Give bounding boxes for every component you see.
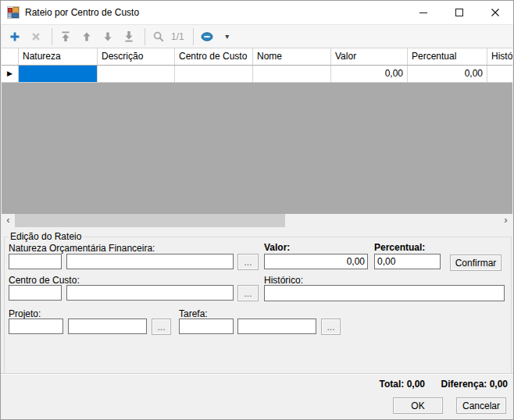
search-button[interactable] — [149, 27, 168, 46]
projeto-label: Projeto: — [9, 308, 41, 319]
toolbar-separator — [52, 28, 52, 45]
ok-button[interactable]: OK — [393, 397, 443, 414]
move-first-button[interactable] — [56, 27, 75, 46]
row-selector[interactable]: ▶ — [2, 66, 19, 82]
delete-x-icon — [30, 30, 42, 43]
scroll-left-icon[interactable]: ‹ — [2, 214, 15, 227]
grid-header-row: Natureza Descrição Centro de Custo Nome … — [2, 48, 512, 66]
tarefa-label: Tarefa: — [179, 308, 208, 319]
grid-header-historico[interactable]: Histórico — [487, 48, 512, 65]
row-selector-icon: ▶ — [7, 69, 12, 77]
natureza-code-input[interactable] — [9, 254, 62, 269]
percentual-label: Percentual: — [374, 242, 425, 253]
projeto-code-input[interactable] — [9, 319, 63, 334]
delete-row-button[interactable] — [27, 27, 45, 46]
total-value: 0,00 — [407, 379, 425, 390]
grid-header-natureza[interactable]: Natureza — [19, 48, 98, 65]
historico-input[interactable] — [264, 285, 505, 301]
page-indicator: 1/1 — [171, 31, 184, 42]
total-summary: Total: 0,00 — [380, 379, 425, 390]
move-up-button[interactable] — [77, 27, 96, 46]
scrollbar-thumb[interactable] — [15, 214, 285, 227]
tarefa-desc-input[interactable] — [237, 319, 316, 334]
printer-icon — [200, 30, 214, 43]
close-button[interactable] — [477, 1, 513, 24]
cell-valor[interactable]: 0,00 — [331, 66, 408, 82]
app-icon — [7, 6, 20, 19]
valor-input[interactable] — [264, 254, 368, 269]
diferenca-value: 0,00 — [490, 379, 508, 390]
add-row-button[interactable] — [5, 27, 24, 46]
toolbar: 1/1 ▾ — [2, 24, 512, 48]
cell-nome[interactable] — [253, 66, 331, 82]
window-controls — [405, 1, 513, 24]
cell-percentual[interactable]: 0,00 — [408, 66, 487, 82]
footer-separator — [1, 373, 513, 375]
grid-header-percentual[interactable]: Percentual — [408, 48, 487, 65]
natureza-browse-button[interactable]: ... — [237, 254, 259, 270]
diferenca-summary: Diferença: 0,00 — [441, 379, 508, 390]
print-button[interactable] — [198, 27, 216, 46]
cell-historico[interactable] — [487, 66, 512, 82]
cancel-button[interactable]: Cancelar — [456, 397, 506, 414]
maximize-button[interactable] — [441, 1, 477, 24]
cell-centro-de-custo[interactable] — [175, 66, 253, 82]
arrow-down-icon — [102, 30, 114, 43]
diferenca-label: Diferença: — [441, 379, 487, 390]
natureza-label: Natureza Orçamentária Financeira: — [9, 243, 155, 254]
projeto-browse-button[interactable]: ... — [152, 319, 171, 335]
confirmar-button[interactable]: Confirmar — [450, 254, 502, 271]
arrow-up-to-bar-icon — [59, 30, 72, 43]
cell-descricao[interactable] — [98, 66, 175, 82]
historico-label: Histórico: — [264, 275, 303, 286]
centro-de-custo-label: Centro de Custo: — [9, 275, 80, 286]
projeto-desc-input[interactable] — [68, 319, 147, 334]
natureza-desc-input[interactable] — [66, 254, 234, 269]
grid-header-descricao[interactable]: Descrição — [98, 48, 175, 65]
valor-label: Valor: — [264, 242, 290, 253]
dialog-rateio-por-centro-de-custo: Rateio por Centro de Custo — [0, 0, 514, 420]
maximize-icon — [453, 6, 466, 19]
minimize-button[interactable] — [405, 1, 441, 24]
grid-header-valor[interactable]: Valor — [331, 48, 408, 65]
magnifier-icon — [152, 30, 165, 43]
centro-code-input[interactable] — [9, 285, 62, 301]
arrow-down-to-bar-icon — [123, 30, 135, 43]
toolbar-separator — [193, 28, 194, 45]
scroll-right-icon[interactable]: › — [499, 214, 512, 227]
tarefa-browse-button[interactable]: ... — [321, 319, 341, 335]
total-label: Total: — [380, 379, 405, 390]
plus-icon — [9, 30, 21, 43]
toolbar-separator — [145, 28, 145, 45]
horizontal-scrollbar[interactable]: ‹ › — [2, 214, 512, 227]
move-last-button[interactable] — [120, 27, 138, 46]
allocation-grid: Natureza Descrição Centro de Custo Nome … — [2, 48, 512, 214]
print-dropdown-caret[interactable]: ▾ — [222, 32, 233, 41]
percentual-input[interactable] — [374, 254, 441, 269]
centro-desc-input[interactable] — [66, 285, 234, 301]
cell-natureza-selected[interactable] — [19, 66, 98, 82]
title-bar[interactable]: Rateio por Centro de Custo — [1, 1, 513, 24]
grid-header-centro-de-custo[interactable]: Centro de Custo — [175, 48, 253, 65]
grid-data-row: ▶ 0,00 0,00 — [2, 66, 512, 83]
grid-header-selector — [2, 48, 19, 65]
grid-header-nome[interactable]: Nome — [253, 48, 331, 65]
close-icon — [489, 6, 502, 19]
minimize-icon — [417, 6, 430, 19]
move-down-button[interactable] — [98, 27, 117, 46]
centro-browse-button[interactable]: ... — [237, 285, 259, 301]
groupbox-title: Edição do Rateio — [8, 231, 84, 242]
arrow-up-icon — [80, 30, 93, 43]
tarefa-code-input[interactable] — [179, 319, 234, 334]
window-title: Rateio por Centro de Custo — [25, 1, 139, 24]
